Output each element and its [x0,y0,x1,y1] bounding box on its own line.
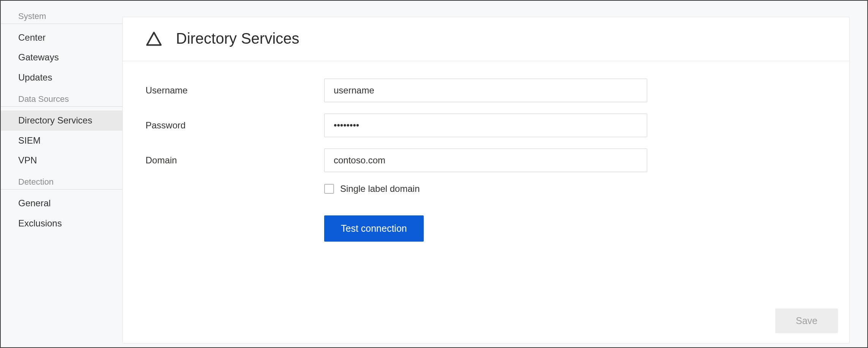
sidebar-item-updates[interactable]: Updates [1,68,122,87]
single-label-domain-label: Single label domain [340,183,420,194]
sidebar-item-general[interactable]: General [1,193,122,213]
username-label: Username [146,85,324,96]
warning-triangle-icon [146,30,162,47]
username-input[interactable] [324,79,647,102]
form-row-domain: Domain [146,149,827,172]
password-label: Password [146,120,324,131]
single-label-domain-checkbox[interactable] [324,184,334,194]
nav-heading-detection: Detection [1,177,122,190]
card-body: Username Password Domain [123,61,849,242]
password-input[interactable] [324,114,647,137]
nav-heading-data-sources: Data Sources [1,94,122,107]
actions-row: Test connection [324,215,827,242]
sidebar-item-directory-services[interactable]: Directory Services [1,111,122,130]
page-title: Directory Services [176,30,299,47]
domain-input[interactable] [324,149,647,172]
form-row-password: Password [146,114,827,137]
form-row-username: Username [146,79,827,102]
sidebar-item-exclusions[interactable]: Exclusions [1,214,122,233]
single-label-domain-row: Single label domain [324,183,647,194]
nav-heading-system: System [1,11,122,24]
domain-label: Domain [146,155,324,166]
sidebar: System Center Gateways Updates Data Sour… [1,1,122,347]
sidebar-item-vpn[interactable]: VPN [1,150,122,170]
nav-section-system: System Center Gateways Updates [1,11,122,87]
app-frame: System Center Gateways Updates Data Sour… [0,0,868,348]
sidebar-item-gateways[interactable]: Gateways [1,47,122,67]
test-connection-button[interactable]: Test connection [324,215,424,242]
card-header: Directory Services [123,17,849,61]
sidebar-item-center[interactable]: Center [1,28,122,47]
settings-card: Directory Services Username Password [122,17,850,343]
main-content: Directory Services Username Password [122,1,867,347]
sidebar-item-siem[interactable]: SIEM [1,131,122,150]
nav-section-data-sources: Data Sources Directory Services SIEM VPN [1,94,122,170]
save-button[interactable]: Save [775,308,838,333]
nav-section-detection: Detection General Exclusions [1,177,122,233]
